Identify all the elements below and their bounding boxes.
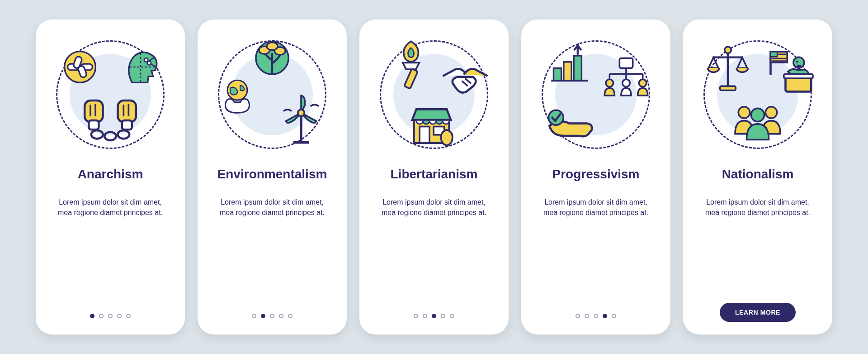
dot-3[interactable] <box>432 314 436 318</box>
svg-rect-8 <box>118 100 136 122</box>
globe-tree-icon <box>253 38 292 77</box>
page-indicator <box>414 314 454 318</box>
svg-point-11 <box>91 130 103 139</box>
illustration-nationalism <box>699 36 816 153</box>
card-desc: Lorem ipsum dolor sit dim amet, mea regi… <box>695 197 821 218</box>
svg-rect-35 <box>574 56 581 81</box>
dot-5[interactable] <box>288 314 292 318</box>
svg-point-21 <box>267 43 278 50</box>
onboarding-card-environmentalism: Environmentalism Lorem ipsum dolor sit d… <box>198 19 347 335</box>
cut-profile-icon <box>121 48 160 86</box>
svg-rect-33 <box>553 68 561 81</box>
dot-4[interactable] <box>279 314 283 318</box>
dot-1[interactable] <box>90 314 94 318</box>
svg-rect-7 <box>85 100 103 122</box>
card-desc: Lorem ipsum dolor sit dim amet, mea regi… <box>371 197 497 218</box>
dot-3[interactable] <box>594 314 598 318</box>
onboarding-card-nationalism: Nationalism Lorem ipsum dolor sit dim am… <box>683 19 832 335</box>
card-title: Progressivism <box>552 167 640 182</box>
hands-earth-icon <box>218 77 257 116</box>
dot-1[interactable] <box>252 314 256 318</box>
dot-5[interactable] <box>126 314 131 318</box>
card-title: Libertarianism <box>391 167 478 182</box>
svg-rect-36 <box>619 58 632 68</box>
card-desc: Lorem ipsum dolor sit dim amet, mea regi… <box>47 197 173 218</box>
handshake-icon <box>440 61 490 100</box>
onboarding-card-libertarianism: Libertarianism Lorem ipsum dolor sit dim… <box>359 19 509 335</box>
torch-icon <box>389 40 434 90</box>
dot-5[interactable] <box>612 314 616 318</box>
dot-5[interactable] <box>450 314 454 318</box>
dot-2[interactable] <box>99 314 104 318</box>
chained-fists-icon <box>76 96 144 145</box>
svg-point-45 <box>548 110 563 125</box>
svg-point-47 <box>725 47 731 53</box>
page-indicator <box>576 314 616 318</box>
svg-point-61 <box>738 107 750 118</box>
dot-2[interactable] <box>423 314 427 318</box>
svg-point-42 <box>606 79 613 87</box>
dot-1[interactable] <box>414 314 418 318</box>
svg-point-12 <box>104 132 116 140</box>
speaker-flag-icon <box>763 48 813 98</box>
svg-point-58 <box>797 65 801 67</box>
card-title: Environmentalism <box>217 167 327 182</box>
org-hierarchy-icon <box>601 56 651 105</box>
illustration-anarchism <box>52 36 169 153</box>
svg-point-57 <box>796 61 798 63</box>
justice-scales-icon <box>705 45 750 95</box>
page-indicator <box>252 314 292 318</box>
dot-2[interactable] <box>585 314 589 318</box>
illustration-libertarianism <box>375 36 493 153</box>
svg-rect-34 <box>564 62 571 81</box>
svg-point-13 <box>118 130 130 139</box>
people-group-icon <box>726 101 789 146</box>
dot-4[interactable] <box>441 314 445 318</box>
hands-unity-icon <box>61 48 99 86</box>
dot-1[interactable] <box>576 314 580 318</box>
dot-3[interactable] <box>270 314 274 318</box>
onboarding-card-anarchism: Anarchism Lorem ipsum dolor sit dim amet… <box>36 19 185 335</box>
svg-point-62 <box>765 107 777 118</box>
dot-2[interactable] <box>261 314 265 318</box>
hand-approve-icon <box>545 102 595 141</box>
svg-rect-60 <box>784 74 813 78</box>
store-shield-icon <box>407 102 461 147</box>
wind-turbine-icon <box>278 94 324 144</box>
dot-4[interactable] <box>603 314 607 318</box>
svg-point-25 <box>298 110 305 116</box>
card-title: Nationalism <box>722 167 794 182</box>
growth-chart-icon <box>546 45 591 84</box>
illustration-environmentalism <box>213 36 331 153</box>
svg-point-43 <box>623 79 630 87</box>
svg-rect-10 <box>122 120 132 129</box>
illustration-progressivism <box>537 36 655 153</box>
svg-rect-26 <box>404 69 418 89</box>
dot-3[interactable] <box>108 314 113 318</box>
svg-rect-9 <box>89 120 99 129</box>
page-indicator <box>90 314 131 318</box>
card-desc: Lorem ipsum dolor sit dim amet, mea regi… <box>209 197 335 218</box>
svg-point-44 <box>639 79 646 87</box>
card-desc: Lorem ipsum dolor sit dim amet, mea regi… <box>533 197 659 218</box>
card-title: Anarchism <box>78 167 143 182</box>
learn-more-button[interactable]: LEARN MORE <box>720 303 796 322</box>
onboarding-card-progressivism: Progressivism Lorem ipsum dolor sit dim … <box>521 19 670 335</box>
svg-rect-49 <box>720 86 736 90</box>
dot-4[interactable] <box>117 314 122 318</box>
svg-rect-52 <box>771 52 778 57</box>
svg-rect-30 <box>420 127 429 143</box>
svg-point-63 <box>751 108 764 121</box>
